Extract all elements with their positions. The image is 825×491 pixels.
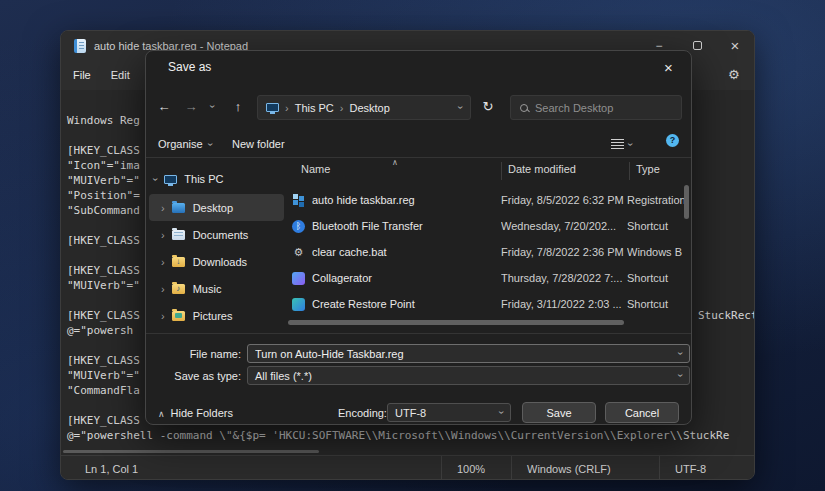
refresh-button[interactable] (476, 93, 500, 119)
zoom-level[interactable]: 100% (441, 456, 511, 480)
encoding-indicator[interactable]: UTF-8 (659, 456, 754, 480)
file-icon (292, 220, 305, 233)
statusbar-right: 100% Windows (CRLF) UTF-8 (441, 456, 754, 480)
file-type: Registration (627, 194, 684, 206)
chevron-down-icon[interactable] (496, 411, 507, 414)
breadcrumb-desktop[interactable]: Desktop (349, 102, 389, 114)
file-date-modified: Friday, 3/11/2022 2:03 ... (501, 298, 627, 310)
file-icon (292, 246, 305, 259)
file-name-combo[interactable] (247, 344, 690, 363)
file-row[interactable]: Bluetooth File Transfer Wednesday, 7/20/… (146, 213, 692, 239)
organise-label: Organise (158, 138, 203, 150)
menu-file[interactable]: File (63, 65, 101, 85)
notepad-statusbar: Ln 1, Col 1 100% Windows (CRLF) UTF-8 (61, 455, 754, 480)
file-icon (292, 194, 305, 207)
new-folder-button[interactable]: New folder (232, 133, 285, 155)
file-type: Shortcut (627, 272, 684, 284)
search-icon (520, 104, 528, 112)
column-divider (629, 162, 630, 180)
list-vertical-scrollbar[interactable] (684, 185, 689, 219)
file-name: Collagerator (312, 272, 501, 284)
file-icon (292, 298, 305, 311)
file-row[interactable]: clear cache.bat Friday, 7/8/2022 2:36 PM… (146, 239, 692, 265)
help-button[interactable] (666, 134, 679, 147)
maximize-icon (693, 41, 702, 50)
settings-gear-icon[interactable] (728, 67, 744, 83)
up-arrow-icon (235, 99, 242, 114)
list-divider (146, 333, 691, 334)
file-icon (292, 272, 305, 285)
dialog-title: Save as (168, 60, 211, 74)
view-options-button[interactable] (611, 133, 632, 155)
encoding-value: UTF-8 (395, 407, 426, 419)
file-date-modified: Wednesday, 7/20/202... (501, 220, 627, 232)
hide-folders-label: Hide Folders (171, 407, 233, 419)
chevron-down-icon (625, 142, 636, 145)
back-button[interactable] (152, 93, 176, 119)
breadcrumb-separator-icon (340, 102, 344, 114)
file-date-modified: Friday, 7/8/2022 2:36 PM (501, 246, 627, 258)
file-name: Bluetooth File Transfer (312, 220, 501, 232)
chevron-expanded-icon[interactable] (150, 177, 161, 180)
recent-locations-button[interactable] (204, 93, 222, 119)
hide-folders-button[interactable]: Hide Folders (154, 404, 237, 422)
address-breadcrumb[interactable]: This PC Desktop (257, 95, 471, 120)
dialog-close-button[interactable] (646, 51, 691, 83)
forward-arrow-icon (185, 99, 198, 114)
encoding-combo[interactable]: UTF-8 (387, 403, 511, 422)
file-date-modified: Thursday, 7/28/2022 7:... (501, 272, 627, 284)
encoding-label: Encoding: (338, 407, 387, 419)
save-as-dialog: Save as This PC Desktop Organise New fol… (145, 50, 692, 425)
file-name: clear cache.bat (312, 246, 501, 258)
line-ending[interactable]: Windows (CRLF) (511, 456, 659, 480)
column-divider (501, 162, 502, 180)
save-as-type-label: Save as type: (146, 370, 241, 382)
cursor-position: Ln 1, Col 1 (85, 463, 138, 475)
breadcrumb-this-pc[interactable]: This PC (295, 102, 334, 114)
list-horizontal-scrollbar[interactable] (288, 320, 624, 325)
file-list: auto hide taskbar.reg Friday, 8/5/2022 6… (146, 187, 692, 317)
back-arrow-icon (158, 99, 171, 114)
details-view-icon (611, 139, 624, 149)
sort-ascending-icon (392, 155, 398, 167)
chevron-down-icon (208, 104, 219, 107)
notepad-app-icon (74, 39, 86, 53)
organise-button[interactable]: Organise (158, 133, 212, 155)
editor-text-fragment: StuckRect (698, 308, 755, 323)
save-button[interactable]: Save (522, 402, 596, 423)
cancel-button[interactable]: Cancel (605, 402, 679, 423)
file-row[interactable]: auto hide taskbar.reg Friday, 8/5/2022 6… (146, 187, 692, 213)
tree-root-label: This PC (184, 173, 223, 185)
chevron-down-icon[interactable] (675, 374, 686, 377)
search-box[interactable] (510, 95, 682, 120)
file-name-label: File name: (146, 348, 241, 360)
file-type: Shortcut (627, 220, 684, 232)
chevron-down-icon[interactable] (675, 352, 686, 355)
chevron-down-icon (205, 142, 216, 145)
this-pc-icon (164, 175, 177, 184)
file-name-input[interactable] (255, 348, 675, 360)
save-as-type-combo[interactable]: All files (*.*) (247, 366, 690, 385)
help-icon (666, 134, 679, 147)
search-input[interactable] (535, 102, 660, 114)
up-button[interactable] (226, 93, 250, 119)
horizontal-scrollbar[interactable] (63, 450, 319, 453)
refresh-icon (483, 99, 494, 114)
file-row[interactable]: Collagerator Thursday, 7/28/2022 7:... S… (146, 265, 692, 291)
close-icon (731, 37, 740, 54)
column-header-type[interactable]: Type (636, 163, 660, 175)
editor-line: @="powershell -command \"&{$p= 'HKCU:SOF… (67, 428, 755, 443)
file-name: auto hide taskbar.reg (312, 194, 501, 206)
breadcrumb-separator-icon (285, 102, 289, 114)
close-button[interactable] (716, 31, 754, 60)
file-row[interactable]: Create Restore Point Friday, 3/11/2022 2… (146, 291, 692, 317)
chevron-up-icon (158, 407, 165, 419)
address-dropdown-icon[interactable] (455, 106, 466, 109)
this-pc-icon (266, 103, 279, 112)
forward-button[interactable] (179, 93, 203, 119)
menu-edit[interactable]: Edit (101, 65, 140, 85)
close-icon (664, 59, 673, 76)
column-header-date-modified[interactable]: Date modified (508, 163, 576, 175)
file-type: Windows B (627, 246, 684, 258)
column-header-name[interactable]: Name (301, 163, 330, 175)
